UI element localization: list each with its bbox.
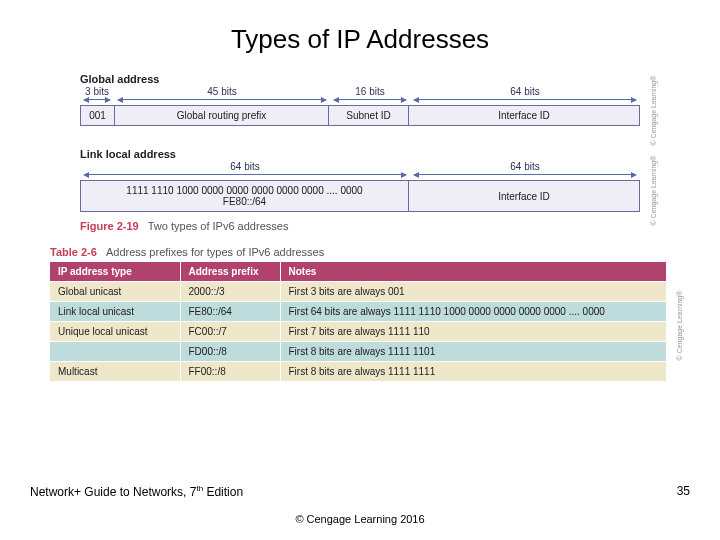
cell: First 8 bits are always 1111 1111 — [280, 362, 666, 382]
cell: FF00::/8 — [180, 362, 280, 382]
cell: First 3 bits are always 001 — [280, 282, 666, 302]
field-cell: Subnet ID — [329, 106, 409, 125]
bits-label: 64 bits — [507, 161, 542, 172]
global-address-label: Global address — [80, 73, 690, 85]
table-number: Table 2-6 — [50, 246, 97, 258]
footer: Network+ Guide to Networks, 7th Edition … — [0, 484, 720, 526]
book-prefix: Network+ Guide to Networks, 7 — [30, 485, 196, 499]
figure-number: Figure 2-19 — [80, 220, 139, 232]
cell: First 8 bits are always 1111 1101 — [280, 342, 666, 362]
cell: 2000::/3 — [180, 282, 280, 302]
cell — [50, 342, 180, 362]
cell: FE80::/64 — [180, 302, 280, 322]
address-prefix-table-wrap: IP address type Address prefix Notes Glo… — [50, 262, 666, 381]
footer-copyright: © Cengage Learning 2016 — [30, 513, 690, 525]
col-header: Notes — [280, 262, 666, 282]
figure-text: Two types of IPv6 addresses — [148, 220, 289, 232]
link-local-label: Link local address — [80, 148, 690, 160]
bits-label: 3 bits — [82, 86, 112, 97]
bits-label: 64 bits — [507, 86, 542, 97]
table-row: Unique local unicast FC00::/7 First 7 bi… — [50, 322, 666, 342]
cell: Global unicast — [50, 282, 180, 302]
table-row: Multicast FF00::/8 First 8 bits are alwa… — [50, 362, 666, 382]
col-header: IP address type — [50, 262, 180, 282]
global-diagram: 3 bits 45 bits 16 bits 64 bits 001 Globa… — [80, 87, 640, 126]
cell: First 64 bits are always 1111 1110 1000 … — [280, 302, 666, 322]
cell: FC00::/7 — [180, 322, 280, 342]
field-cell: 1111 1110 1000 0000 0000 0000 0000 0000 … — [81, 181, 409, 211]
bits-label: 45 bits — [204, 86, 239, 97]
table-row: FD00::/8 First 8 bits are always 1111 11… — [50, 342, 666, 362]
bits-label: 16 bits — [352, 86, 387, 97]
bits-label: 64 bits — [227, 161, 262, 172]
page-number: 35 — [677, 484, 690, 498]
book-title: Network+ Guide to Networks, 7th Edition — [30, 484, 243, 499]
field-cell: Interface ID — [409, 181, 639, 211]
cell: Link local unicast — [50, 302, 180, 322]
side-copyright: © Cengage Learning® — [651, 156, 658, 226]
cell: Unique local unicast — [50, 322, 180, 342]
field-cell: Interface ID — [409, 106, 639, 125]
table-caption: Table 2-6 Address prefixes for types of … — [50, 246, 690, 258]
field-cell: Global routing prefix — [115, 106, 329, 125]
link-local-diagram: 64 bits 64 bits 1111 1110 1000 0000 0000… — [80, 162, 640, 212]
side-copyright: © Cengage Learning® — [651, 75, 658, 145]
table-row: Link local unicast FE80::/64 First 64 bi… — [50, 302, 666, 322]
cell: Multicast — [50, 362, 180, 382]
book-suffix: Edition — [203, 485, 243, 499]
address-prefix-table: IP address type Address prefix Notes Glo… — [50, 262, 666, 381]
table-row: Global unicast 2000::/3 First 3 bits are… — [50, 282, 666, 302]
page-title: Types of IP Addresses — [30, 24, 690, 55]
cell: First 7 bits are always 1111 110 — [280, 322, 666, 342]
cell: FD00::/8 — [180, 342, 280, 362]
side-copyright: © Cengage Learning® — [677, 290, 684, 360]
col-header: Address prefix — [180, 262, 280, 282]
table-caption-text: Address prefixes for types of IPv6 addre… — [106, 246, 324, 258]
field-cell: 001 — [81, 106, 115, 125]
figure-caption: Figure 2-19 Two types of IPv6 addresses — [80, 220, 690, 232]
